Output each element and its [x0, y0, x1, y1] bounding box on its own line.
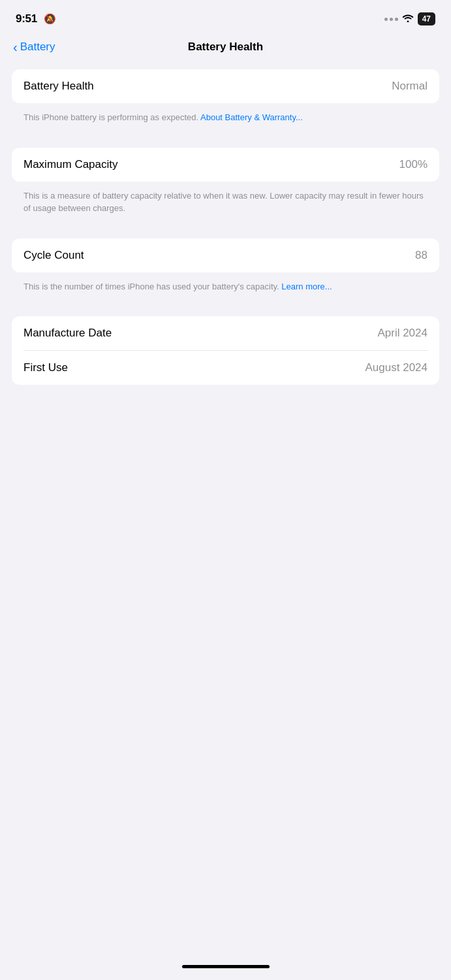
- status-bar: 9:51 🔕 47: [0, 0, 451, 35]
- dates-card: Manufacture Date April 2024 First Use Au…: [12, 316, 439, 385]
- gap-1: [12, 135, 439, 148]
- battery-health-desc-text: This iPhone battery is performing as exp…: [23, 112, 198, 122]
- first-use-label: First Use: [23, 361, 68, 374]
- cycle-count-description: This is the number of times iPhone has u…: [12, 272, 439, 304]
- first-use-row: First Use August 2024: [12, 351, 439, 385]
- manufacture-date-label: Manufacture Date: [23, 327, 112, 340]
- learn-more-link[interactable]: Learn more...: [281, 282, 332, 291]
- signal-dot-1: [384, 18, 388, 21]
- wifi-icon: [402, 13, 414, 25]
- cycle-count-label: Cycle Count: [23, 249, 84, 262]
- maximum-capacity-desc-text: This is a measure of battery capacity re…: [23, 191, 424, 214]
- battery-icon: 47: [418, 12, 435, 25]
- home-indicator: [182, 965, 270, 968]
- bell-muted-icon: 🔕: [44, 13, 56, 25]
- maximum-capacity-value: 100%: [399, 158, 428, 171]
- first-use-value: August 2024: [365, 361, 428, 374]
- signal-dot-2: [390, 18, 393, 21]
- page-title: Battery Health: [188, 41, 263, 54]
- about-battery-link[interactable]: About Battery & Warranty...: [200, 112, 303, 122]
- battery-health-card: Battery Health Normal: [12, 69, 439, 103]
- back-label: Battery: [20, 41, 55, 54]
- battery-level: 47: [422, 14, 431, 24]
- maximum-capacity-label: Maximum Capacity: [23, 158, 118, 171]
- cycle-count-row: Cycle Count 88: [12, 238, 439, 272]
- manufacture-date-value: April 2024: [377, 327, 428, 340]
- battery-health-row: Battery Health Normal: [12, 69, 439, 103]
- cycle-count-value: 88: [415, 249, 428, 262]
- status-left: 9:51 🔕: [16, 12, 56, 25]
- content: Battery Health Normal This iPhone batter…: [0, 63, 451, 391]
- gap-2: [12, 225, 439, 238]
- cycle-count-desc-text: This is the number of times iPhone has u…: [23, 282, 279, 291]
- maximum-capacity-row: Maximum Capacity 100%: [12, 148, 439, 182]
- status-icons: 47: [384, 12, 435, 25]
- battery-health-description: This iPhone battery is performing as exp…: [12, 103, 439, 135]
- status-time: 9:51: [16, 12, 37, 25]
- back-button[interactable]: ‹ Battery: [13, 41, 55, 54]
- battery-health-label: Battery Health: [23, 80, 94, 93]
- signal-icon: [384, 18, 398, 21]
- signal-dot-3: [395, 18, 398, 21]
- chevron-left-icon: ‹: [13, 41, 18, 54]
- gap-3: [12, 303, 439, 316]
- cycle-count-card: Cycle Count 88: [12, 238, 439, 272]
- maximum-capacity-description: This is a measure of battery capacity re…: [12, 182, 439, 225]
- manufacture-date-row: Manufacture Date April 2024: [12, 316, 439, 350]
- nav-bar: ‹ Battery Battery Health: [0, 35, 451, 63]
- battery-health-value: Normal: [392, 80, 428, 93]
- maximum-capacity-card: Maximum Capacity 100%: [12, 148, 439, 182]
